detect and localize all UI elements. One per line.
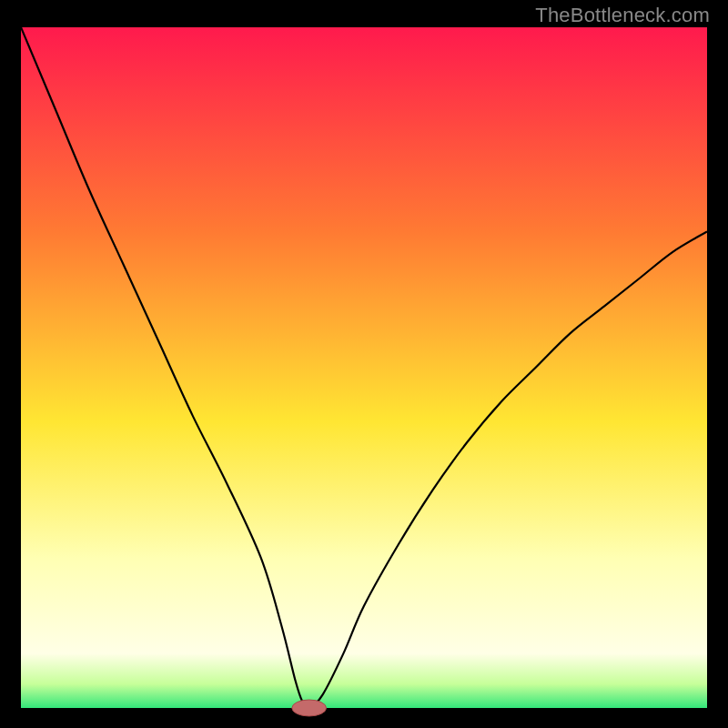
bottleneck-chart — [0, 0, 728, 728]
chart-frame: TheBottleneck.com — [0, 0, 728, 728]
optimum-marker — [292, 700, 327, 716]
watermark-text: TheBottleneck.com — [535, 4, 710, 27]
